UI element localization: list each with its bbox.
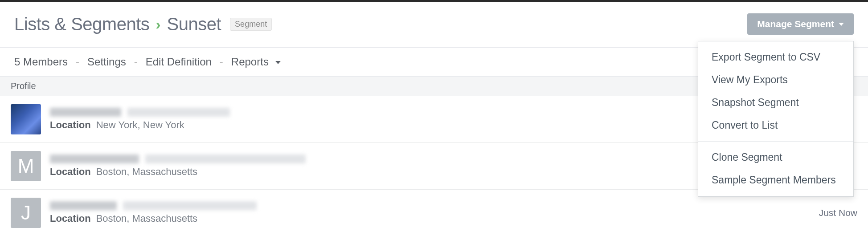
- tab-settings[interactable]: Settings: [87, 56, 126, 68]
- dropdown-group: Export Segment to CSV View My Exports Sn…: [698, 41, 853, 141]
- menu-sample-members[interactable]: Sample Segment Members: [698, 169, 853, 191]
- location-line: Location New York, New York: [50, 119, 230, 131]
- manage-segment-dropdown: Export Segment to CSV View My Exports Sn…: [698, 41, 854, 197]
- tab-members[interactable]: 5 Members: [14, 56, 68, 68]
- breadcrumb-root[interactable]: Lists & Segments: [14, 14, 149, 34]
- location-line: Location Boston, Massachusetts: [50, 166, 306, 178]
- redacted-name: [50, 108, 121, 117]
- menu-convert-to-list[interactable]: Convert to List: [698, 114, 853, 137]
- redacted-name: [50, 201, 117, 210]
- dropdown-divider: [698, 196, 853, 196]
- location-value: New York, New York: [96, 119, 184, 131]
- breadcrumb-leaf: Sunset: [167, 14, 221, 34]
- location-value: Boston, Massachusetts: [96, 166, 197, 178]
- redacted-name: [50, 154, 139, 163]
- avatar: [11, 104, 41, 134]
- menu-export-csv[interactable]: Export Segment to CSV: [698, 46, 853, 69]
- tab-reports[interactable]: Reports: [231, 56, 281, 68]
- dropdown-group: Clone Segment Sample Segment Members: [698, 142, 853, 196]
- redacted-email: [127, 108, 230, 117]
- caret-down-icon: [275, 61, 281, 64]
- location-value: Boston, Massachusetts: [96, 213, 197, 224]
- redacted-name-email: [50, 154, 306, 163]
- breadcrumb: Lists & Segments › Sunset Segment: [14, 14, 272, 34]
- manage-segment-label: Manage Segment: [757, 19, 834, 29]
- menu-clone-segment[interactable]: Clone Segment: [698, 146, 853, 169]
- chevron-right-icon: ›: [156, 16, 160, 33]
- avatar: J: [11, 198, 41, 228]
- location-label: Location: [50, 119, 91, 131]
- redacted-email: [145, 154, 306, 163]
- redacted-name-email: [50, 201, 257, 210]
- redacted-email: [123, 201, 257, 210]
- location-label: Location: [50, 166, 91, 178]
- avatar: M: [11, 151, 41, 181]
- row-timestamp: Just Now: [819, 207, 857, 218]
- tab-reports-label: Reports: [231, 56, 269, 68]
- tab-edit-definition[interactable]: Edit Definition: [146, 56, 212, 68]
- location-line: Location Boston, Massachusetts: [50, 213, 257, 224]
- location-label: Location: [50, 213, 91, 224]
- segment-badge: Segment: [230, 18, 272, 31]
- tab-separator: -: [134, 56, 138, 68]
- menu-view-exports[interactable]: View My Exports: [698, 69, 853, 91]
- profile-info: Location Boston, Massachusetts: [50, 201, 257, 224]
- profile-info: Location Boston, Massachusetts: [50, 154, 306, 178]
- menu-snapshot-segment[interactable]: Snapshot Segment: [698, 91, 853, 114]
- tab-separator: -: [76, 56, 79, 68]
- manage-segment-button[interactable]: Manage Segment: [747, 13, 854, 35]
- redacted-name-email: [50, 108, 230, 117]
- caret-down-icon: [839, 23, 844, 26]
- page-header: Lists & Segments › Sunset Segment Manage…: [0, 2, 868, 47]
- profile-info: Location New York, New York: [50, 108, 230, 131]
- tab-separator: -: [220, 56, 223, 68]
